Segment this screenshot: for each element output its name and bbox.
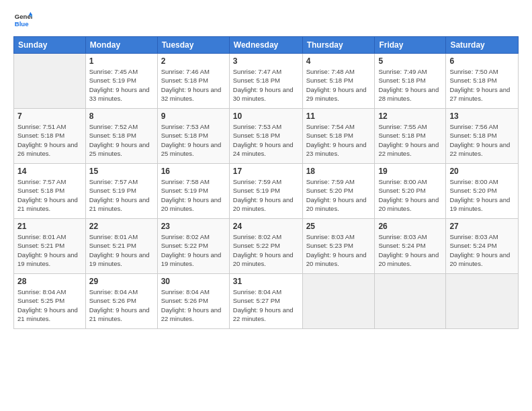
calendar-cell: 19Sunrise: 8:00 AMSunset: 5:20 PMDayligh… [375,164,446,219]
calendar-cell: 29Sunrise: 8:04 AMSunset: 5:26 PMDayligh… [85,274,157,329]
calendar-cell: 23Sunrise: 8:02 AMSunset: 5:22 PMDayligh… [157,219,229,274]
day-number: 19 [378,167,442,176]
calendar-cell: 26Sunrise: 8:03 AMSunset: 5:24 PMDayligh… [375,219,446,274]
day-info: Sunrise: 8:01 AMSunset: 5:21 PMDaylight:… [89,232,154,268]
calendar-table: SundayMondayTuesdayWednesdayThursdayFrid… [13,36,519,329]
calendar-cell: 18Sunrise: 7:59 AMSunset: 5:20 PMDayligh… [302,164,375,219]
day-info: Sunrise: 7:45 AMSunset: 5:19 PMDaylight:… [89,67,154,103]
day-number: 24 [233,222,299,231]
calendar-cell: 8Sunrise: 7:52 AMSunset: 5:18 PMDaylight… [85,109,157,164]
page: General Blue SundayMondayTuesdayWednesda… [0,0,532,411]
calendar-cell: 11Sunrise: 7:54 AMSunset: 5:18 PMDayligh… [302,109,375,164]
day-info: Sunrise: 7:50 AMSunset: 5:18 PMDaylight:… [449,67,515,103]
day-number: 5 [378,56,442,66]
day-info: Sunrise: 7:59 AMSunset: 5:19 PMDaylight:… [233,177,299,213]
calendar-cell: 9Sunrise: 7:53 AMSunset: 5:18 PMDaylight… [157,109,229,164]
day-number: 20 [449,167,515,176]
day-number: 7 [17,111,82,121]
calendar-cell [14,54,86,109]
day-info: Sunrise: 7:57 AMSunset: 5:18 PMDaylight:… [17,177,82,213]
weekday-header-row: SundayMondayTuesdayWednesdayThursdayFrid… [14,37,519,54]
day-info: Sunrise: 8:00 AMSunset: 5:20 PMDaylight:… [378,177,442,213]
calendar-cell: 7Sunrise: 7:51 AMSunset: 5:18 PMDaylight… [14,109,86,164]
day-info: Sunrise: 7:52 AMSunset: 5:18 PMDaylight:… [89,122,154,158]
day-info: Sunrise: 7:48 AMSunset: 5:18 PMDaylight:… [306,67,371,103]
calendar-cell: 15Sunrise: 7:57 AMSunset: 5:19 PMDayligh… [85,164,157,219]
calendar-cell: 24Sunrise: 8:02 AMSunset: 5:22 PMDayligh… [229,219,302,274]
day-info: Sunrise: 8:02 AMSunset: 5:22 PMDaylight:… [233,232,299,268]
calendar-cell: 17Sunrise: 7:59 AMSunset: 5:19 PMDayligh… [229,164,302,219]
svg-text:Blue: Blue [15,20,29,28]
calendar-cell: 14Sunrise: 7:57 AMSunset: 5:18 PMDayligh… [14,164,86,219]
calendar-week-3: 14Sunrise: 7:57 AMSunset: 5:18 PMDayligh… [14,164,519,219]
day-info: Sunrise: 7:56 AMSunset: 5:18 PMDaylight:… [449,122,515,158]
day-number: 8 [89,111,154,121]
calendar-cell: 13Sunrise: 7:56 AMSunset: 5:18 PMDayligh… [446,109,519,164]
day-info: Sunrise: 7:51 AMSunset: 5:18 PMDaylight:… [17,122,82,158]
day-number: 6 [449,56,515,66]
day-number: 10 [233,111,299,121]
day-number: 17 [233,167,299,176]
calendar-cell [375,274,446,329]
day-number: 22 [89,222,154,231]
day-number: 13 [449,111,515,121]
day-info: Sunrise: 7:59 AMSunset: 5:20 PMDaylight:… [306,177,371,213]
day-info: Sunrise: 8:04 AMSunset: 5:25 PMDaylight:… [17,287,82,323]
calendar-cell: 25Sunrise: 8:03 AMSunset: 5:23 PMDayligh… [302,219,375,274]
day-info: Sunrise: 7:49 AMSunset: 5:18 PMDaylight:… [378,67,442,103]
calendar-week-1: 1Sunrise: 7:45 AMSunset: 5:19 PMDaylight… [14,54,519,109]
day-number: 15 [89,167,154,176]
day-number: 2 [161,56,226,66]
day-number: 1 [89,56,154,66]
day-info: Sunrise: 8:01 AMSunset: 5:21 PMDaylight:… [17,232,82,268]
day-info: Sunrise: 8:03 AMSunset: 5:24 PMDaylight:… [378,232,442,268]
calendar-cell [302,274,375,329]
weekday-header-tuesday: Tuesday [157,37,229,54]
calendar-cell: 20Sunrise: 8:00 AMSunset: 5:20 PMDayligh… [446,164,519,219]
calendar-cell: 4Sunrise: 7:48 AMSunset: 5:18 PMDaylight… [302,54,375,109]
day-number: 18 [306,167,371,176]
day-number: 14 [17,167,82,176]
day-number: 30 [161,277,226,286]
weekday-header-friday: Friday [375,37,446,54]
day-info: Sunrise: 7:46 AMSunset: 5:18 PMDaylight:… [161,67,226,103]
calendar-week-2: 7Sunrise: 7:51 AMSunset: 5:18 PMDaylight… [14,109,519,164]
weekday-header-sunday: Sunday [14,37,86,54]
calendar-cell [446,274,519,329]
calendar-cell: 12Sunrise: 7:55 AMSunset: 5:18 PMDayligh… [375,109,446,164]
day-number: 21 [17,222,82,231]
day-info: Sunrise: 8:00 AMSunset: 5:20 PMDaylight:… [449,177,515,213]
day-info: Sunrise: 8:03 AMSunset: 5:23 PMDaylight:… [306,232,371,268]
weekday-header-monday: Monday [85,37,157,54]
calendar-cell: 10Sunrise: 7:53 AMSunset: 5:18 PMDayligh… [229,109,302,164]
day-number: 23 [161,222,226,231]
weekday-header-thursday: Thursday [302,37,375,54]
calendar-week-5: 28Sunrise: 8:04 AMSunset: 5:25 PMDayligh… [14,274,519,329]
day-number: 29 [89,277,154,286]
logo: General Blue [13,11,32,30]
calendar-cell: 16Sunrise: 7:58 AMSunset: 5:19 PMDayligh… [157,164,229,219]
calendar-cell: 6Sunrise: 7:50 AMSunset: 5:18 PMDaylight… [446,54,519,109]
day-number: 27 [449,222,515,231]
calendar-cell: 30Sunrise: 8:04 AMSunset: 5:26 PMDayligh… [157,274,229,329]
day-info: Sunrise: 7:54 AMSunset: 5:18 PMDaylight:… [306,122,371,158]
calendar-week-4: 21Sunrise: 8:01 AMSunset: 5:21 PMDayligh… [14,219,519,274]
day-info: Sunrise: 7:55 AMSunset: 5:18 PMDaylight:… [378,122,442,158]
day-info: Sunrise: 8:04 AMSunset: 5:27 PMDaylight:… [233,287,299,323]
day-number: 25 [306,222,371,231]
day-info: Sunrise: 7:53 AMSunset: 5:18 PMDaylight:… [161,122,226,158]
calendar-cell: 22Sunrise: 8:01 AMSunset: 5:21 PMDayligh… [85,219,157,274]
day-number: 26 [378,222,442,231]
header: General Blue [13,11,519,30]
day-number: 11 [306,111,371,121]
calendar-cell: 3Sunrise: 7:47 AMSunset: 5:18 PMDaylight… [229,54,302,109]
day-number: 3 [233,56,299,66]
day-info: Sunrise: 8:04 AMSunset: 5:26 PMDaylight:… [89,287,154,323]
day-info: Sunrise: 8:02 AMSunset: 5:22 PMDaylight:… [161,232,226,268]
calendar-cell: 1Sunrise: 7:45 AMSunset: 5:19 PMDaylight… [85,54,157,109]
day-info: Sunrise: 8:04 AMSunset: 5:26 PMDaylight:… [161,287,226,323]
day-number: 28 [17,277,82,286]
day-info: Sunrise: 7:47 AMSunset: 5:18 PMDaylight:… [233,67,299,103]
day-info: Sunrise: 7:53 AMSunset: 5:18 PMDaylight:… [233,122,299,158]
calendar-cell: 27Sunrise: 8:03 AMSunset: 5:24 PMDayligh… [446,219,519,274]
